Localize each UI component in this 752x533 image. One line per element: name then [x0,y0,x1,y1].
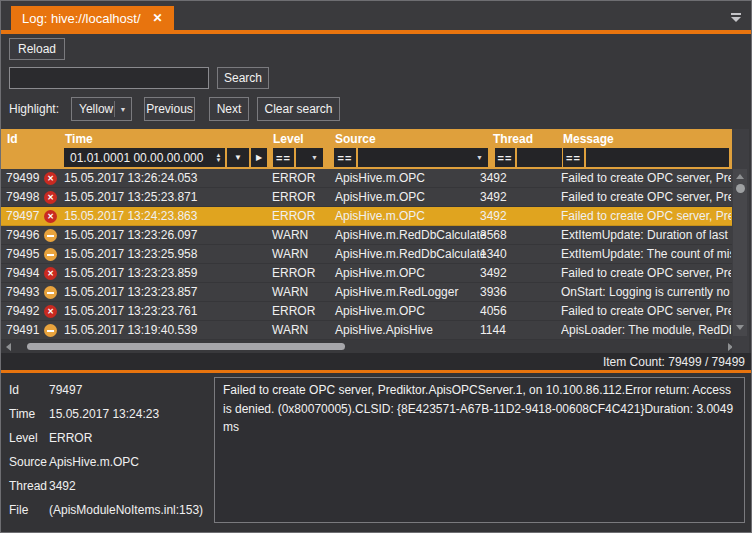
detail-fields: Id79497Time15.05.2017 13:24:23LevelERROR… [9,378,209,522]
cell-source: ApisHive.m.RedLogger [335,283,458,302]
highlight-color-value: Yellow [72,102,114,116]
time-filter-date-editor[interactable]: 01.01.0001 00.00.00.000 ▲▼ [64,148,225,167]
thread-filter-input[interactable] [517,148,562,167]
error-icon: ✕ [44,191,57,204]
highlight-color-select[interactable]: Yellow ▼ [71,97,132,121]
cell-message: ExtItemUpdate: Duration of last [561,226,731,245]
source-filter-combo[interactable]: ▼ [358,148,488,167]
vertical-scrollbar-track[interactable] [733,169,747,336]
cell-id: 79492 [6,302,39,321]
cell-level: ERROR [272,264,315,283]
cell-thread: 3568 [480,226,507,245]
cell-message: Failed to create OPC server, Pred [561,264,731,283]
search-input[interactable] [9,67,209,89]
log-row[interactable]: 7949115.05.2017 13:19:40.539WARNApisHive… [1,321,732,340]
cell-id: 79496 [6,226,39,245]
detail-field-file: File(ApisModuleNoItems.inl:153) [9,498,209,522]
column-header-thread[interactable]: Thread [493,130,533,148]
error-icon: ✕ [44,172,57,185]
cell-thread: 3492 [480,169,507,188]
cell-level: ERROR [272,188,315,207]
level-filter-combo[interactable]: ▼ [296,148,323,167]
cell-id: 79491 [6,321,39,340]
log-row[interactable]: 7949515.05.2017 13:23:25.958WARNApisHive… [1,245,732,264]
scroll-down-icon[interactable] [736,325,744,330]
time-filter-dropdown-button[interactable]: ▼ [227,148,249,167]
detail-field-label: File [9,498,28,522]
source-filter-operator-button[interactable]: == [334,148,356,167]
scroll-up-icon[interactable] [736,174,744,179]
cell-time: 15.05.2017 13:23:25.958 [64,245,197,264]
time-filter-apply-button[interactable]: ▶ [251,148,267,167]
time-filter-value: 01.01.0001 00.00.00.000 [64,151,212,165]
log-row[interactable]: 7949315.05.2017 13:23:23.857WARNApisHive… [1,283,732,302]
cell-message: Failed to create OPC server, Pred [561,188,731,207]
cell-level: ERROR [272,169,315,188]
cell-time: 15.05.2017 13:19:40.539 [64,321,197,340]
clear-search-button[interactable]: Clear search [257,97,340,121]
log-row[interactable]: 79494✕15.05.2017 13:23:23.859ERRORApisHi… [1,264,732,283]
detail-field-label: Id [9,378,19,402]
detail-field-label: Thread [9,474,47,498]
detail-field-label: Time [9,402,35,426]
detail-field-label: Level [9,426,38,450]
cell-source: ApisHive.m.OPC [335,188,425,207]
cell-thread: 3936 [480,283,507,302]
cell-source: ApisHive.m.OPC [335,302,425,321]
error-icon: ✕ [44,305,57,318]
cell-thread: 3492 [480,264,507,283]
detail-pane: Id79497Time15.05.2017 13:24:23LevelERROR… [1,373,751,532]
tab-list-dropdown-icon[interactable] [730,13,742,22]
warning-icon [44,248,57,261]
column-header-id[interactable]: Id [7,130,18,148]
cell-source: ApisHive.m.OPC [335,207,425,226]
detail-field-id: Id79497 [9,378,209,402]
cell-source: ApisHive.ApisHive [335,321,433,340]
cell-message: Failed to create OPC server, Pred [561,302,731,321]
cell-message: Failed to create OPC server, Pred [561,169,731,188]
warning-icon [44,229,57,242]
message-filter-input[interactable] [586,148,729,167]
column-header-source[interactable]: Source [335,130,376,148]
spinner-icon[interactable]: ▲▼ [212,153,225,163]
next-button[interactable]: Next [209,97,249,121]
vertical-scrollbar-thumb[interactable] [736,184,745,193]
previous-button[interactable]: Previous [144,97,195,121]
chevron-down-icon: ▼ [234,153,242,162]
search-button[interactable]: Search [217,67,269,89]
tab-close-icon[interactable]: ✕ [153,12,163,24]
cell-id: 79497 [6,207,39,226]
message-filter-operator-button[interactable]: == [563,148,584,167]
warning-icon [44,324,57,337]
cell-message: ExtItemUpdate: The count of mis [561,245,731,264]
cell-time: 15.05.2017 13:26:24.053 [64,169,197,188]
level-filter-operator-button[interactable]: == [273,148,294,167]
cell-id: 79494 [6,264,39,283]
detail-field-value: 15.05.2017 13:24:23 [49,402,159,426]
detail-message-box[interactable]: Failed to create OPC server, Prediktor.A… [214,377,745,523]
log-row[interactable]: 7949615.05.2017 13:23:26.097WARNApisHive… [1,226,732,245]
log-row[interactable]: 79492✕15.05.2017 13:23:23.761ERRORApisHi… [1,302,732,321]
column-header-time[interactable]: Time [65,130,93,148]
tab-title: Log: hive://localhost/ [22,11,141,26]
reload-button[interactable]: Reload [9,38,65,60]
log-row[interactable]: 79499✕15.05.2017 13:26:24.053ERRORApisHi… [1,169,732,188]
detail-field-value: ApisHive.m.OPC [49,450,139,474]
status-bar: Item Count: 79499 / 79499 [1,353,751,370]
scroll-left-icon[interactable] [6,343,11,351]
log-viewer-window: Log: hive://localhost/ ✕ Reload Search H… [0,0,752,533]
column-header-message[interactable]: Message [563,130,614,148]
cell-time: 15.05.2017 13:23:26.097 [64,226,197,245]
thread-filter-operator-button[interactable]: == [495,148,515,167]
chevron-down-icon: ▼ [311,154,318,161]
column-header-level[interactable]: Level [273,130,304,148]
detail-field-thread: Thread3492 [9,474,209,498]
cell-level: WARN [272,321,308,340]
horizontal-scrollbar[interactable] [1,340,732,353]
tab-log-hive-localhost[interactable]: Log: hive://localhost/ ✕ [11,6,174,30]
log-row[interactable]: 79498✕15.05.2017 13:25:23.871ERRORApisHi… [1,188,732,207]
log-row[interactable]: 79497✕15.05.2017 13:24:23.863ERRORApisHi… [1,207,732,226]
vertical-scrollbar[interactable] [732,129,749,353]
horizontal-scrollbar-thumb[interactable] [27,343,345,350]
log-grid: 79499✕15.05.2017 13:26:24.053ERRORApisHi… [1,169,732,340]
